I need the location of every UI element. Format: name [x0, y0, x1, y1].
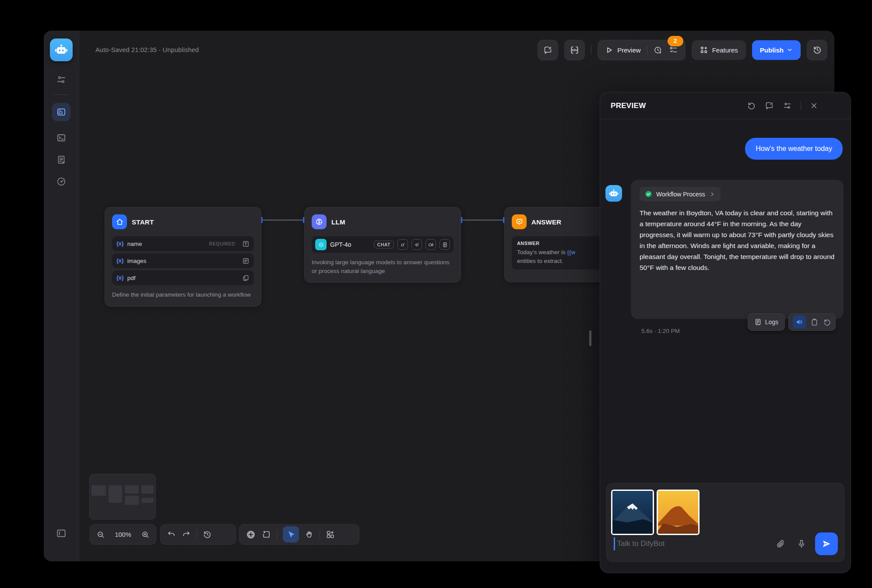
document-capability-icon [440, 239, 450, 250]
minimap-node [125, 496, 139, 505]
node-description: Invoking large language models to answer… [312, 258, 454, 275]
features-icon [700, 46, 708, 54]
microphone-icon [797, 539, 806, 549]
conversation-settings-button[interactable] [783, 101, 792, 110]
zoom-out-button[interactable] [96, 530, 105, 539]
app-screen: Auto-Saved 21:02:35 · Unpublished ENV [0, 0, 872, 588]
start-field-pdf[interactable]: {x} pdf [112, 270, 254, 285]
toolbar-separator [197, 530, 197, 539]
app-logo[interactable] [50, 38, 73, 61]
start-field-images[interactable]: {x} images [112, 253, 254, 268]
attached-image-night-mountain[interactable] [611, 490, 654, 535]
preview-resize-handle[interactable] [589, 330, 591, 346]
settings-sliders-icon[interactable] [53, 71, 70, 88]
sidebar [44, 31, 79, 561]
redo-button[interactable] [182, 530, 191, 539]
preview-run-button[interactable]: Preview [605, 46, 640, 54]
add-node-button[interactable] [246, 529, 256, 540]
close-preview-button[interactable] [810, 102, 818, 110]
annotation-button[interactable] [538, 40, 558, 60]
add-note-button[interactable] [262, 530, 271, 539]
node-title: LLM [331, 218, 345, 226]
env-variables-button[interactable]: ENV [564, 40, 585, 60]
message-meta: 5.6s · 1:20 PM [641, 328, 680, 334]
llm-model-selector[interactable]: GPT-4o CHAT [312, 236, 454, 253]
zoom-in-button[interactable] [141, 530, 150, 539]
version-history-button[interactable] [807, 40, 827, 60]
node-start[interactable]: START {x} name REQUIRED {x} images {x} p… [105, 207, 261, 307]
voice-input-button[interactable] [797, 539, 806, 549]
start-node-icon [112, 214, 127, 229]
change-history-button[interactable] [203, 530, 212, 539]
toolbar-separator [277, 530, 277, 539]
regenerate-button[interactable] [823, 318, 831, 326]
toolbar-separator [320, 530, 320, 539]
edge-llm-answer [461, 220, 504, 220]
field-name: name [127, 241, 142, 247]
text-to-speech-button[interactable] [793, 315, 806, 329]
workflow-process-label: Workflow Process [656, 191, 705, 198]
canvas-minimap[interactable] [89, 474, 156, 520]
files-type-icon [242, 274, 250, 282]
bot-avatar [605, 185, 622, 202]
undo-button[interactable] [167, 530, 176, 539]
hand-mode-button[interactable] [305, 530, 314, 539]
sidebar-item-orchestrate[interactable] [52, 103, 70, 121]
preview-panel: PREVIEW How's the weather today [600, 92, 851, 573]
retry-icon [823, 318, 831, 326]
node-llm[interactable]: LLM GPT-4o CHAT [304, 207, 461, 283]
window-icon [56, 107, 67, 117]
run-history-button[interactable] [654, 46, 663, 55]
edge-start-llm [261, 220, 304, 220]
restart-conversation-button[interactable] [747, 101, 756, 110]
answer-variable-token: {{w [567, 249, 576, 256]
sidebar-item-monitoring[interactable] [53, 173, 70, 190]
group-separator [647, 45, 647, 55]
checklist-button[interactable]: 2 [669, 46, 678, 55]
attached-image-sunset-mountain[interactable] [657, 490, 700, 535]
node-title: START [132, 218, 154, 226]
text-caret [614, 537, 615, 550]
start-field-name[interactable]: {x} name REQUIRED [112, 236, 254, 251]
logs-label: Logs [765, 318, 778, 326]
document-icon [56, 154, 67, 165]
chat-x-icon [543, 46, 552, 55]
required-badge: REQUIRED [209, 242, 235, 246]
autosave-status: Auto-Saved 21:02:35 · Unpublished [95, 46, 199, 53]
paragraph-type-icon [242, 257, 250, 265]
checklist-badge: 2 [668, 36, 683, 46]
sidebar-item-terminal[interactable] [53, 129, 70, 147]
copy-button[interactable] [810, 318, 819, 326]
organize-nodes-button[interactable] [326, 530, 335, 539]
logs-icon [754, 318, 762, 326]
zoom-level[interactable]: 100% [115, 531, 131, 538]
preview-title: PREVIEW [611, 102, 646, 110]
annotation-button[interactable] [765, 101, 774, 110]
vision-capability-icon [397, 239, 408, 250]
pointer-mode-button[interactable] [283, 526, 299, 542]
brain-model-icon [315, 217, 323, 226]
variable-token: {x} [116, 275, 124, 281]
features-button[interactable]: Features [692, 40, 746, 60]
chevron-right-icon [709, 191, 715, 197]
minimap-node [141, 485, 154, 494]
paperclip-icon [776, 539, 785, 549]
terminal-icon [56, 133, 67, 143]
chat-input[interactable] [616, 539, 765, 549]
variable-token: {x} [116, 258, 124, 264]
topbar: Auto-Saved 21:02:35 · Unpublished ENV [79, 31, 834, 69]
collapse-sidebar-button[interactable] [53, 525, 70, 542]
attach-file-button[interactable] [776, 539, 785, 549]
video-capability-icon [425, 239, 436, 250]
minimap-node [91, 485, 106, 496]
bot-message-text: The weather in Boydton, VA today is clea… [640, 207, 837, 273]
send-button[interactable] [815, 532, 838, 555]
workflow-process-toggle[interactable]: Workflow Process [640, 187, 721, 201]
gauge-icon [56, 176, 67, 187]
publish-button[interactable]: Publish [752, 40, 801, 60]
node-description: Define the initial parameters for launch… [112, 290, 254, 299]
bot-message-bubble: Workflow Process The weather in Boydton,… [631, 180, 844, 319]
logs-button[interactable]: Logs [748, 313, 785, 331]
sidebar-item-logs[interactable] [53, 151, 70, 168]
env-icon: ENV [570, 45, 580, 55]
